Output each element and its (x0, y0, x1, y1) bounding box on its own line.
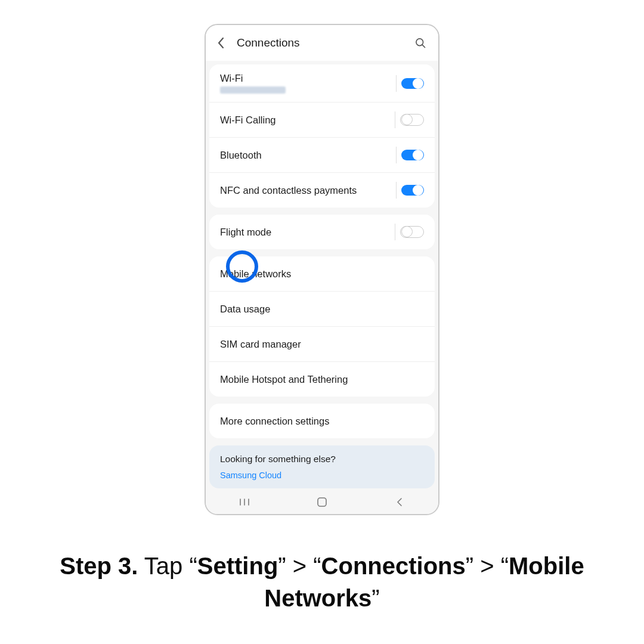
search-button[interactable] (408, 31, 432, 55)
nav-back-button[interactable] (385, 497, 414, 507)
toggle-divider (396, 182, 397, 199)
toggle-nfc[interactable] (401, 185, 424, 196)
toggle-divider (395, 224, 395, 240)
row-sim-manager[interactable]: SIM card manager (209, 326, 435, 361)
nav-back-icon (396, 497, 403, 507)
row-more-settings[interactable]: More connection settings (209, 404, 435, 438)
row-mobile-networks[interactable]: Mobile networks (209, 256, 435, 291)
row-label: Wi-Fi Calling (220, 114, 276, 125)
row-label: Wi-Fi (220, 73, 243, 83)
android-navbar (206, 490, 438, 514)
row-data-usage[interactable]: Data usage (209, 291, 435, 326)
row-wifi-calling[interactable]: Wi-Fi Calling (209, 102, 435, 137)
row-flight-mode[interactable]: Flight mode (209, 215, 435, 249)
settings-group: Wi-FiWi-Fi CallingBluetoothNFC and conta… (209, 64, 435, 208)
row-label: SIM card manager (220, 339, 301, 349)
toggle-bluetooth[interactable] (401, 150, 424, 160)
settings-group: Flight mode (209, 215, 435, 249)
footer-link-samsung-cloud[interactable]: Samsung Cloud (220, 470, 424, 480)
toggle-divider (396, 75, 397, 92)
row-label: Mobile networks (220, 268, 291, 279)
recents-icon (238, 498, 251, 506)
toggle-divider (396, 147, 397, 163)
page-title: Connections (237, 36, 300, 49)
row-hotspot[interactable]: Mobile Hotspot and Tethering (209, 361, 435, 397)
home-icon (317, 497, 327, 507)
settings-group: Mobile networksData usageSIM card manage… (209, 256, 435, 397)
toggle-flight-mode[interactable] (400, 226, 424, 238)
toggle-divider (395, 112, 395, 128)
toggle-wifi-calling[interactable] (400, 114, 424, 126)
settings-content: Wi-FiWi-Fi CallingBluetoothNFC and conta… (206, 61, 438, 490)
row-label: Flight mode (220, 227, 271, 237)
row-label: NFC and contactless payments (220, 185, 357, 196)
chevron-left-icon (218, 37, 225, 49)
row-subtext-redacted (220, 86, 286, 94)
row-label: More connection settings (220, 416, 329, 426)
row-nfc[interactable]: NFC and contactless payments (209, 172, 435, 208)
nav-recents-button[interactable] (230, 498, 259, 506)
svg-rect-5 (318, 498, 326, 506)
step-number: Step 3. (60, 553, 138, 579)
phone-frame: Connections Wi-FiWi-Fi CallingBluetoothN… (205, 24, 439, 515)
instruction-caption: Step 3. Tap “Setting” > “Connections” > … (30, 550, 614, 614)
row-label: Data usage (220, 304, 270, 314)
settings-group: More connection settings (209, 404, 435, 438)
footer-question: Looking for something else? (220, 454, 424, 465)
back-button[interactable] (209, 31, 233, 55)
toggle-wifi[interactable] (401, 78, 424, 89)
nav-home-button[interactable] (307, 497, 337, 507)
row-label: Bluetooth (220, 150, 262, 160)
row-label: Mobile Hotspot and Tethering (220, 374, 348, 385)
titlebar: Connections (206, 25, 438, 61)
row-bluetooth[interactable]: Bluetooth (209, 137, 435, 172)
svg-line-1 (422, 45, 425, 48)
footer-suggestions: Looking for something else? Samsung Clou… (209, 445, 435, 488)
row-wifi[interactable]: Wi-Fi (209, 64, 435, 102)
search-icon (414, 37, 426, 49)
